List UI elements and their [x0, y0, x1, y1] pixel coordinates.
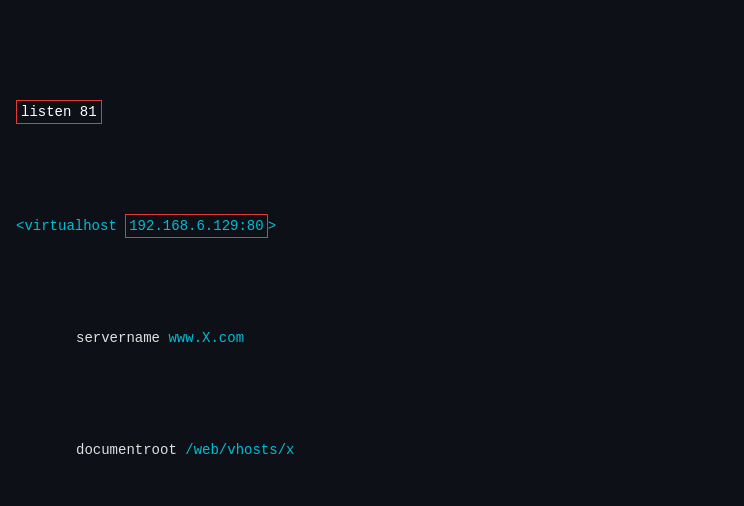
vhost1-open: <virtualhost 192.168.6.129:80> [16, 214, 728, 238]
code-content: listen 81 <virtualhost 192.168.6.129:80>… [16, 10, 728, 506]
listen-box: listen 81 [16, 100, 102, 124]
vhost1-servername: servername www.X.com [16, 327, 728, 349]
servername-kw: servername [76, 327, 160, 349]
vhost1-documentroot-val: /web/vhosts/x [185, 439, 294, 461]
documentroot-kw: documentroot [76, 439, 177, 461]
vhost1-servername-val: www.X.com [168, 327, 244, 349]
vhost1-ip-box: 192.168.6.129:80 [125, 214, 267, 238]
listen-keyword: listen [21, 104, 71, 120]
vhost1-tag-close: > [268, 215, 276, 237]
vhost1-documentroot: documentroot /web/vhosts/x [16, 439, 728, 461]
listen-line: listen 81 [16, 100, 728, 124]
listen-port: 81 [80, 104, 97, 120]
vhost1-ip: 192.168.6.129:80 [129, 218, 263, 234]
vhost1-tag-open: <virtualhost [16, 215, 125, 237]
